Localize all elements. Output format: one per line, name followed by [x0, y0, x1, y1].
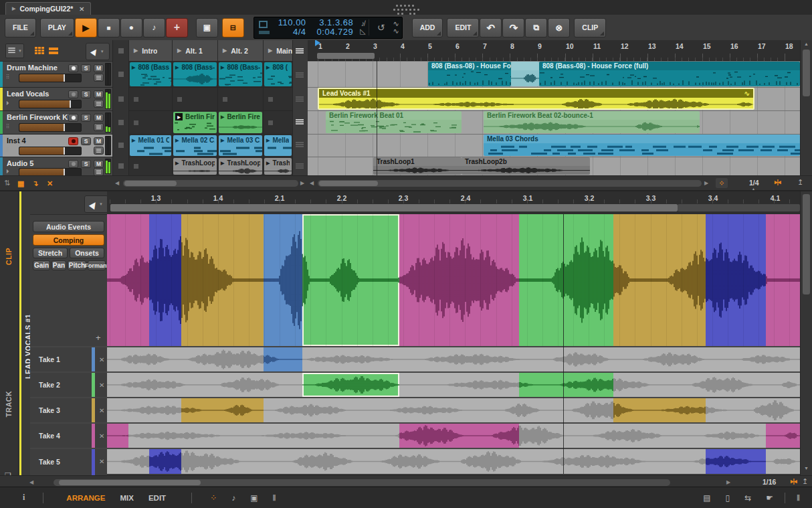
editor-hscroll-handle[interactable]: [59, 480, 201, 485]
comp-segment[interactable]: [519, 214, 614, 346]
delete-take-icon[interactable]: ✕: [99, 458, 104, 465]
gain-button[interactable]: Gain: [33, 260, 50, 270]
piano-roll-icon[interactable]: ⫴: [797, 493, 800, 503]
take-highlight-region[interactable]: [302, 373, 399, 397]
take-lane-header[interactable]: Take 4✕: [30, 424, 107, 449]
scroll-down-arrow[interactable]: ▼: [804, 466, 809, 471]
arranger-clip[interactable]: Berlin Firework Beat 01: [326, 111, 462, 133]
launcher-cell[interactable]: ▶808 (Bass-...: [128, 61, 172, 87]
pointer-tool-button[interactable]: ▶▼: [86, 43, 110, 60]
record-button[interactable]: ●: [120, 18, 142, 37]
pointer-panel-icon[interactable]: ☛: [766, 493, 773, 503]
launcher-cell[interactable]: ▶Mella 01 C...: [128, 134, 172, 157]
overdub-button[interactable]: ♪: [143, 18, 165, 37]
note-io-icon[interactable]: ♪: [231, 493, 235, 503]
launcher-cell[interactable]: ▶TrashLoop1: [172, 157, 217, 175]
launcher-cell[interactable]: [128, 87, 172, 110]
expand-section-icon[interactable]: ↥: [802, 477, 808, 486]
launcher-clip[interactable]: ▶808 (Bass-...: [130, 62, 171, 86]
launcher-cell[interactable]: [128, 157, 172, 175]
rows-view-icon[interactable]: [48, 46, 59, 56]
override-launcher-icon[interactable]: [296, 119, 305, 126]
arranger-clip[interactable]: Berlin Firework Beat 02-bounce-1: [484, 111, 700, 133]
edit-menu-button[interactable]: EDIT: [447, 18, 479, 37]
editor-vscrollbar[interactable]: ▼: [800, 191, 812, 475]
mute-button[interactable]: M: [94, 137, 104, 145]
take-lane[interactable]: Take 3✕: [30, 397, 800, 422]
loop-button[interactable]: ↺: [372, 24, 391, 31]
tab-clip[interactable]: CLIP: [5, 248, 13, 265]
launcher-cell[interactable]: [128, 110, 172, 134]
editor-zoom-track[interactable]: [678, 204, 800, 211]
solo-button[interactable]: S: [81, 90, 91, 98]
arranger-clip[interactable]: 808 (Bass-08) - House Force (full): [539, 62, 800, 86]
document-tab[interactable]: ▶ CompingGUI22* ✕: [5, 2, 91, 15]
comp-segment[interactable]: [706, 214, 767, 346]
launcher-clip[interactable]: ▶808 (: [264, 62, 292, 86]
dual-panel-icon[interactable]: ⁘: [210, 493, 217, 503]
operators-icon[interactable]: ⁘: [716, 178, 728, 188]
take-highlight-region[interactable]: [766, 424, 800, 448]
take-highlight-region[interactable]: [181, 398, 264, 422]
take-highlight-region[interactable]: [399, 424, 519, 448]
pan-button[interactable]: Pan: [52, 260, 66, 270]
audio-events-button[interactable]: Audio Events: [33, 221, 104, 232]
comp-segment[interactable]: [613, 214, 706, 346]
launcher-cell[interactable]: [217, 87, 263, 110]
stop-all-button[interactable]: [118, 143, 124, 148]
redo-button[interactable]: ↷: [502, 18, 524, 37]
mute-button[interactable]: M: [94, 160, 104, 168]
duplicate-button[interactable]: ⧉: [525, 18, 547, 37]
scroll-left-icon[interactable]: ◀: [29, 479, 33, 485]
launcher-cell[interactable]: ▶Berlin Fire...: [172, 110, 217, 134]
crossfade-icon[interactable]: ⇅: [4, 179, 10, 187]
ruler-zoom-handle[interactable]: [317, 53, 375, 59]
track-row[interactable]: Inst 4SM⫴: [0, 134, 112, 157]
volume-slider[interactable]: [19, 147, 82, 155]
device-panel-icon[interactable]: ⇆: [744, 493, 751, 503]
arranger-clip[interactable]: TrashLoop2b: [462, 157, 590, 175]
scroll-up-arrow[interactable]: ▲: [804, 41, 809, 46]
automation-follow-button[interactable]: ⊟: [222, 18, 244, 37]
arranger-clip[interactable]: Lead Vocals #1∿: [318, 88, 754, 110]
stop-all-button[interactable]: [118, 96, 124, 102]
override-launcher-icon[interactable]: [296, 48, 305, 55]
arranger-clip[interactable]: Mella 03 Chords: [484, 135, 800, 156]
view-arrange[interactable]: ARRANGE: [66, 494, 105, 502]
scroll-right-icon[interactable]: ▶: [726, 479, 730, 485]
delete-take-icon[interactable]: ✕: [99, 382, 104, 389]
scene-header[interactable]: ▶Alt. 1: [172, 40, 217, 61]
expand-section-icon[interactable]: ↥: [797, 178, 803, 187]
add-track-button[interactable]: ADD: [412, 18, 443, 37]
tempo-display[interactable]: 110.004/4: [274, 18, 310, 37]
override-launcher-icon[interactable]: [296, 96, 305, 103]
arranger-clip[interactable]: [511, 62, 539, 86]
take-highlight-region[interactable]: [706, 449, 766, 474]
vscroll-handle[interactable]: [803, 50, 810, 96]
track-row[interactable]: Drum MachineSM⫶⫶: [0, 61, 112, 87]
track-menu-button[interactable]: [94, 147, 104, 155]
override-launcher-icon[interactable]: [296, 142, 305, 149]
comp-segment[interactable]: [264, 214, 303, 346]
launcher-cell[interactable]: ▶808 (Bass-...: [217, 61, 263, 87]
stop-all-button[interactable]: [118, 120, 124, 125]
mute-button[interactable]: M: [94, 90, 104, 98]
launcher-cell[interactable]: ▶Berlin Fire...: [217, 110, 263, 134]
launcher-clip[interactable]: ▶808 (Bass-...: [173, 62, 217, 86]
launcher-cell[interactable]: ▶808 (Bass-...: [172, 61, 217, 87]
arranger-clip[interactable]: 808 (Bass-08) - House Force (: [428, 62, 511, 86]
vscroll-handle[interactable]: [803, 194, 810, 294]
launcher-clip[interactable]: ▶TrashLoop1: [173, 158, 217, 175]
adaptive-grid-icon[interactable]: ▸|◂: [791, 478, 797, 485]
take-lane[interactable]: Take 1✕: [30, 346, 800, 371]
launcher-cell[interactable]: [263, 110, 292, 134]
launcher-cell[interactable]: ▶Mella 03 C...: [217, 134, 263, 157]
launcher-clip[interactable]: ▶Mella: [264, 135, 292, 156]
record-arm-button[interactable]: [68, 160, 78, 168]
take-highlight-region[interactable]: [264, 347, 302, 371]
pitch-button[interactable]: Pitch: [68, 260, 86, 270]
record-arm-button[interactable]: [68, 90, 78, 98]
editor-ruler[interactable]: 1.31.42.12.22.32.43.13.23.33.44.1: [107, 191, 800, 214]
take-lane-header[interactable]: Take 5✕: [30, 449, 107, 475]
arranger-hscroll-track[interactable]: [318, 180, 702, 187]
